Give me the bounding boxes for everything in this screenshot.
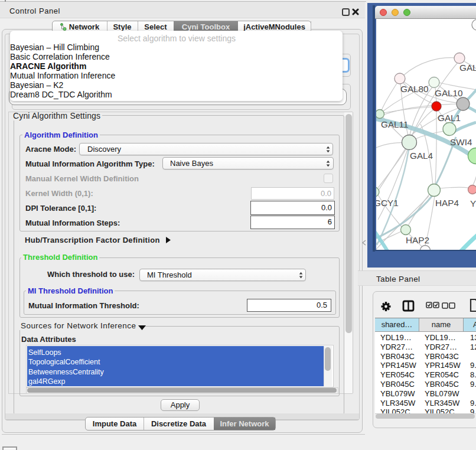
svg-text:GAL4: GAL4 xyxy=(410,151,433,161)
svg-text:GAL80: GAL80 xyxy=(400,84,429,94)
svg-text:GAL11: GAL11 xyxy=(381,119,409,129)
svg-text:GAL1: GAL1 xyxy=(438,113,461,123)
svg-text:HAP4: HAP4 xyxy=(435,198,459,208)
svg-text:HAP2: HAP2 xyxy=(406,235,429,245)
svg-text:GAL10: GAL10 xyxy=(435,88,463,98)
svg-text:GCY1: GCY1 xyxy=(376,198,399,208)
svg-text:Y: Y xyxy=(470,198,476,208)
svg-text:GAL: GAL xyxy=(459,63,476,73)
svg-text:SWI4: SWI4 xyxy=(450,137,472,147)
